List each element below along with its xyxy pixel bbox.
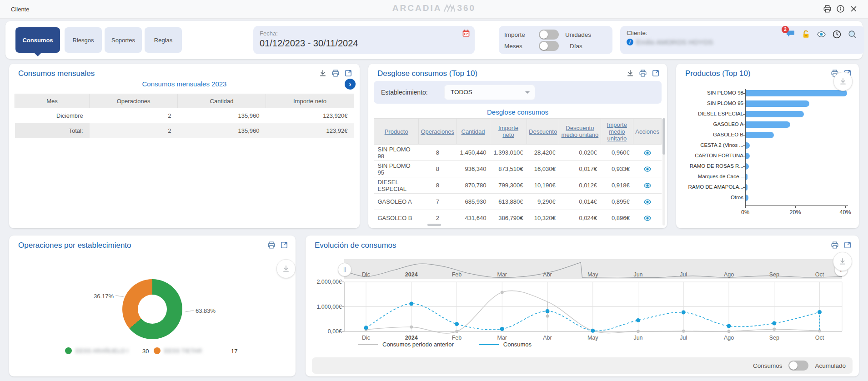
table-cell: 873,510€ [490, 161, 527, 177]
scrollbar-thumb[interactable] [662, 118, 665, 155]
download-icon[interactable] [626, 69, 634, 77]
sortable-column-header[interactable]: Importe medio unitario [601, 119, 633, 145]
bar-category-label: Otros [731, 195, 743, 200]
bar[interactable] [746, 184, 748, 190]
panel-consumos-mensuales: Consumos mensuales Consumos mensuales 20… [9, 64, 360, 228]
view-detail-eye-icon[interactable] [643, 214, 652, 222]
productos-bar-chart[interactable]: SIN PLOMO 98SIN PLOMO 95DIESEL ESPECIALG… [676, 64, 859, 228]
bar[interactable] [746, 90, 847, 96]
eye-icon[interactable] [817, 30, 826, 39]
x-axis-tick-label: 40% [839, 209, 851, 216]
bar[interactable] [746, 111, 804, 117]
donut-hole [138, 295, 167, 324]
expand-icon[interactable] [652, 69, 660, 77]
table-cell: 8 [419, 177, 457, 194]
establishment-dropdown[interactable]: TODOS [444, 85, 535, 100]
view-detail-eye-icon[interactable] [643, 198, 652, 206]
panel-title: Desglose consumos (Top 10) [377, 69, 477, 78]
column-header: Importe neto [266, 94, 354, 108]
consumos-acumulado-toggle[interactable] [788, 361, 808, 371]
horizontal-scrollbar-thumb[interactable] [427, 224, 441, 226]
donut-legend-item[interactable]: EESS TIETAR [154, 347, 202, 354]
tab-consumos[interactable]: Consumos [15, 27, 60, 53]
x-axis-tick-label: 20% [789, 209, 801, 216]
establishment-filter: Establecimiento: TODOS [374, 81, 662, 104]
table-row: Diciembre2135,960123,920€ [15, 108, 354, 123]
close-icon[interactable] [849, 5, 858, 13]
sortable-column-header[interactable]: Importe neto [490, 119, 527, 145]
expand-icon[interactable] [280, 241, 288, 249]
x-axis-tick-label: 2024 [405, 335, 418, 341]
toggle-knob [540, 30, 548, 39]
sortable-column-header[interactable]: Cantidad [457, 119, 490, 145]
lock-icon[interactable] [801, 30, 811, 39]
leader-line [115, 295, 125, 297]
legend-item-consumos[interactable]: Consumos [479, 341, 532, 348]
chart-download-button[interactable] [833, 252, 852, 271]
table-total-row: Total:2135,960123,92€ [15, 123, 354, 138]
bar[interactable] [746, 174, 748, 180]
operaciones-donut-chart[interactable] [122, 279, 182, 339]
view-detail-eye-icon[interactable] [643, 149, 652, 157]
meses-dias-toggle[interactable] [539, 41, 559, 51]
print-icon[interactable] [823, 5, 832, 13]
calendar-icon[interactable] [462, 29, 470, 37]
sortable-column-header[interactable]: Operaciones [419, 119, 457, 145]
print-icon[interactable] [639, 69, 647, 77]
bar[interactable] [746, 142, 750, 149]
print-icon[interactable] [331, 69, 340, 77]
next-period-button[interactable]: › [345, 79, 356, 90]
legend-label: Consumos [503, 341, 532, 348]
print-icon[interactable] [831, 241, 839, 249]
date-label: Fecha: [260, 30, 468, 37]
clock-icon[interactable] [832, 30, 842, 39]
view-detail-eye-icon[interactable] [643, 181, 652, 190]
x-axis-tick-label: Jun [633, 335, 642, 341]
expand-icon[interactable] [843, 241, 852, 249]
client-info-icon[interactable]: i [627, 39, 633, 45]
donut-legend-item[interactable]: EESS ARAÑUELO I [65, 347, 128, 354]
navigator-month-label: Sep [769, 271, 779, 278]
download-icon[interactable] [319, 69, 327, 77]
table-cell: Total: [15, 123, 90, 138]
chart-download-button[interactable] [833, 72, 853, 91]
consumos-mensuales-table: MesOperacionesCantidadImporte neto Dicie… [15, 94, 354, 138]
actions-cell [633, 210, 662, 226]
tab-soportes[interactable]: Soportes [105, 27, 142, 53]
bar[interactable] [746, 153, 750, 159]
info-icon[interactable] [836, 5, 845, 13]
tab-riesgos[interactable]: Riesgos [65, 27, 102, 53]
chart-download-button[interactable] [276, 259, 296, 278]
tab-reglas[interactable]: Reglas [145, 27, 182, 53]
date-range-field[interactable]: Fecha: 01/12/2023 - 30/11/2024 [253, 26, 475, 54]
evolucion-line-chart[interactable] [341, 279, 844, 336]
navigator-left-handle[interactable]: || [338, 263, 351, 276]
bar[interactable] [746, 195, 748, 201]
table-cell: 0,933€ [601, 161, 633, 177]
table-cell: 0,895€ [601, 194, 633, 210]
table-cell: 0,012€ [559, 177, 601, 194]
bar[interactable] [746, 163, 749, 170]
bar-category-label: CESTA 2 (Vinos ... [700, 142, 743, 148]
toggle-dias-label: Días [570, 43, 582, 50]
y-axis-tick-label: 1.000,00€ [306, 304, 342, 310]
sortable-column-header[interactable]: Producto [374, 119, 419, 145]
sortable-column-header[interactable]: Descuento medio unitario [559, 119, 601, 145]
sortable-column-header[interactable]: Descuento [527, 119, 559, 145]
expand-icon[interactable] [344, 69, 352, 77]
bar[interactable] [746, 121, 790, 128]
vertical-scrollbar[interactable] [662, 118, 665, 226]
print-icon[interactable] [267, 241, 276, 249]
window-title: Cliente [11, 6, 29, 13]
view-detail-eye-icon[interactable] [643, 165, 652, 173]
date-value[interactable]: 01/12/2023 - 30/11/2024 [260, 38, 468, 49]
bar[interactable] [746, 132, 774, 138]
search-icon[interactable] [848, 30, 857, 39]
chart-range-navigator[interactable]: Dic2024FebMarAbrMayJunJulAgoSepOct [344, 259, 842, 279]
bar[interactable] [746, 100, 809, 107]
legend-item-periodo-anterior[interactable]: Consumos periodo anterior [358, 341, 454, 348]
window-controls [823, 5, 858, 13]
window-titlebar: Cliente ARCADIA 360 [0, 0, 868, 19]
brand-name: ARCADIA [392, 3, 442, 13]
importe-unidades-toggle[interactable] [539, 30, 559, 40]
